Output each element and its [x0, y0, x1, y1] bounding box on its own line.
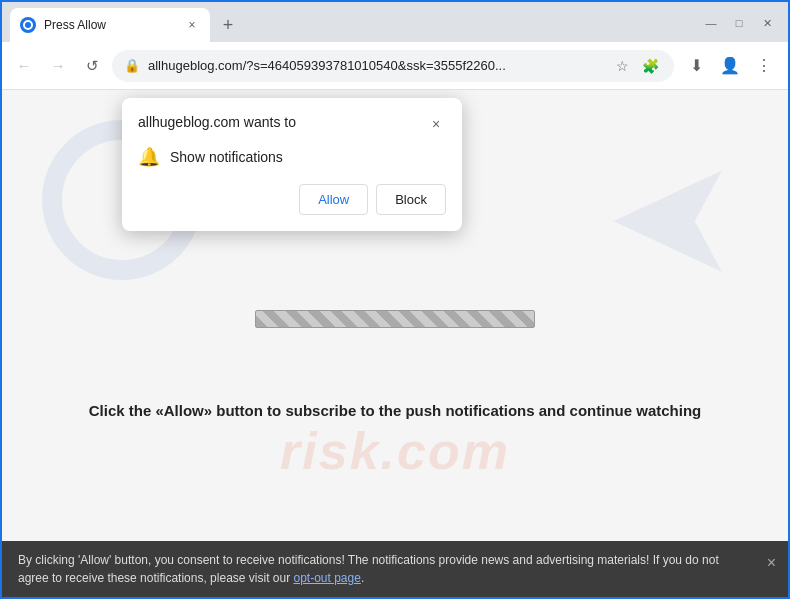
progress-bar — [255, 310, 535, 328]
minimize-button[interactable]: — — [698, 10, 724, 36]
risk-watermark: risk.com — [280, 421, 510, 481]
popup-permission-row: 🔔 Show notifications — [138, 146, 446, 168]
window-controls: — □ ✕ — [698, 10, 788, 42]
star-button[interactable]: ☆ — [610, 54, 634, 78]
main-text-content: Click the «Allow» button to subscribe to… — [89, 402, 702, 419]
forward-button[interactable]: → — [44, 52, 72, 80]
active-tab[interactable]: Press Allow × — [10, 8, 210, 42]
new-tab-button[interactable]: + — [214, 11, 242, 39]
browser-content: ➤ Click the «Allow» button to subscribe … — [2, 90, 788, 541]
menu-button[interactable]: ⋮ — [748, 50, 780, 82]
popup-close-button[interactable]: × — [426, 114, 446, 134]
tab-close-button[interactable]: × — [184, 17, 200, 33]
tab-bar: Press Allow × + — □ ✕ — [2, 2, 788, 42]
avatar-button[interactable]: 👤 — [714, 50, 746, 82]
notification-popup: allhugeblog.com wants to × 🔔 Show notifi… — [122, 98, 462, 231]
block-button[interactable]: Block — [376, 184, 446, 215]
opt-out-link[interactable]: opt-out page — [293, 571, 360, 585]
address-icons: ☆ 🧩 — [610, 54, 662, 78]
permission-text: Show notifications — [170, 149, 283, 165]
watermark-arrow: ➤ — [611, 150, 728, 290]
footer-text: By clicking 'Allow' button, you consent … — [18, 553, 719, 585]
address-text: allhugeblog.com/?s=464059393781010540&ss… — [148, 58, 602, 73]
toolbar-icons: ⬇ 👤 ⋮ — [680, 50, 780, 82]
popup-header: allhugeblog.com wants to × — [138, 114, 446, 134]
allow-button[interactable]: Allow — [299, 184, 368, 215]
close-button[interactable]: ✕ — [754, 10, 780, 36]
bell-icon: 🔔 — [138, 146, 160, 168]
progress-bar-container — [255, 310, 535, 328]
popup-title: allhugeblog.com wants to — [138, 114, 296, 130]
footer-close-button[interactable]: × — [767, 551, 776, 575]
tab-title: Press Allow — [44, 18, 176, 32]
popup-buttons: Allow Block — [138, 184, 446, 215]
footer-period: . — [361, 571, 364, 585]
address-bar-row: ← → ↺ 🔒 allhugeblog.com/?s=4640593937810… — [2, 42, 788, 90]
back-button[interactable]: ← — [10, 52, 38, 80]
main-instruction-text: Click the «Allow» button to subscribe to… — [2, 400, 788, 421]
download-icon[interactable]: ⬇ — [680, 50, 712, 82]
footer-bar: × By clicking 'Allow' button, you consen… — [2, 541, 788, 597]
extensions-button[interactable]: 🧩 — [638, 54, 662, 78]
allow-text: Allow — [164, 402, 204, 419]
browser-frame: Press Allow × + — □ ✕ ← → ↺ 🔒 allhugeblo… — [0, 0, 790, 599]
address-input[interactable]: 🔒 allhugeblog.com/?s=464059393781010540&… — [112, 50, 674, 82]
maximize-button[interactable]: □ — [726, 10, 752, 36]
tab-favicon-icon — [20, 17, 36, 33]
reload-button[interactable]: ↺ — [78, 52, 106, 80]
lock-icon: 🔒 — [124, 58, 140, 73]
